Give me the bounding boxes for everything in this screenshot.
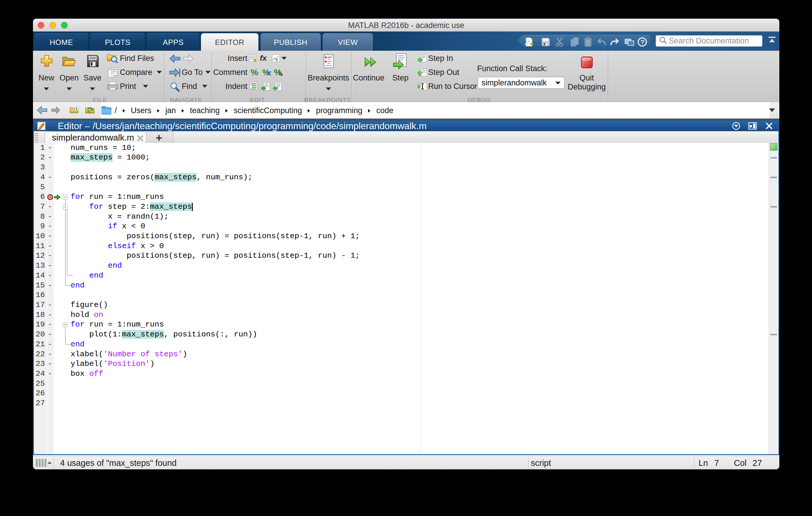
- svg-text:?: ?: [640, 38, 644, 46]
- svg-text:fi: fi: [276, 58, 278, 62]
